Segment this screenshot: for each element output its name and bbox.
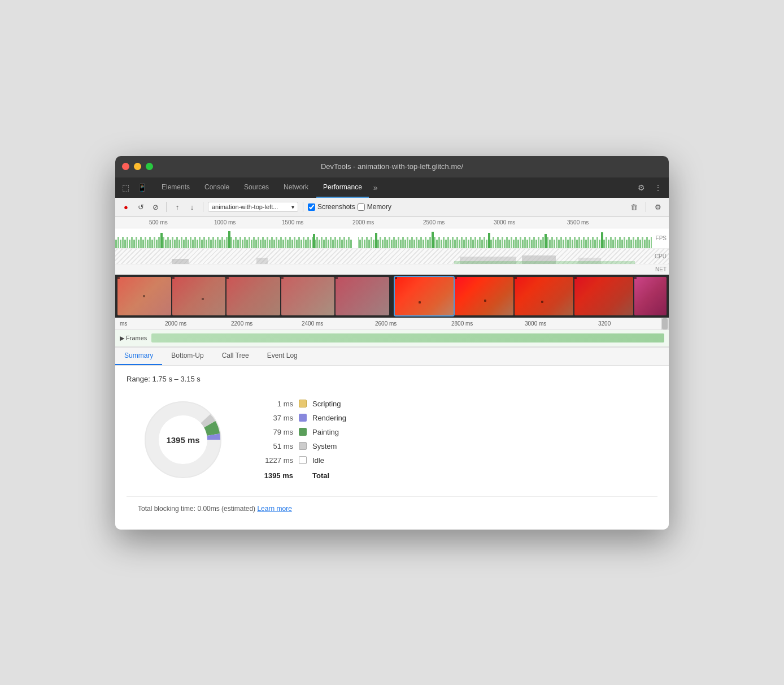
svg-rect-6 bbox=[228, 231, 230, 248]
ruler-tick-1500: 1500 ms bbox=[282, 219, 303, 226]
maximize-button[interactable] bbox=[146, 163, 153, 170]
ruler2-tick-2000: 2000 ms bbox=[165, 320, 186, 327]
rendering-label: Rendering bbox=[312, 414, 346, 422]
screenshots-checkbox[interactable] bbox=[308, 203, 315, 211]
screenshot-thumb[interactable] bbox=[574, 277, 633, 315]
tab-elements[interactable]: Elements bbox=[155, 177, 197, 198]
bottom-tabs: Summary Bottom-Up Call Tree Event Log bbox=[115, 348, 669, 366]
svg-rect-8 bbox=[375, 233, 377, 248]
ruler-tick-2000: 2000 ms bbox=[352, 219, 374, 226]
rendering-ms: 37 ms bbox=[262, 414, 293, 422]
more-tabs-button[interactable]: » bbox=[370, 183, 381, 192]
tab-event-log[interactable]: Event Log bbox=[258, 348, 307, 365]
ruler2-tick-2400: 2400 ms bbox=[302, 320, 323, 327]
close-button[interactable] bbox=[122, 163, 129, 170]
svg-rect-7 bbox=[313, 234, 315, 248]
net-row[interactable]: NET bbox=[115, 265, 669, 275]
screenshot-thumb[interactable] bbox=[117, 277, 171, 315]
blocking-footer: Total blocking time: 0.00ms (estimated) … bbox=[127, 496, 657, 521]
tab-sources[interactable]: Sources bbox=[237, 177, 276, 198]
record-button[interactable]: ● bbox=[120, 201, 132, 213]
traffic-lights bbox=[122, 163, 153, 170]
cpu-chart bbox=[115, 249, 669, 264]
svg-rect-18 bbox=[454, 261, 635, 264]
ruler-tick-1000: 1000 ms bbox=[214, 219, 236, 226]
screenshot-thumb[interactable] bbox=[172, 277, 226, 315]
tab-console[interactable]: Console bbox=[198, 177, 236, 198]
system-label: System bbox=[312, 442, 337, 450]
svg-rect-9 bbox=[432, 232, 434, 248]
cpu-row[interactable]: CPU bbox=[115, 249, 669, 265]
tab-summary[interactable]: Summary bbox=[115, 348, 162, 365]
learn-more-link[interactable]: Learn more bbox=[257, 505, 291, 513]
screenshots-strip[interactable] bbox=[115, 275, 669, 318]
cursor-icon[interactable]: ⬚ bbox=[120, 182, 132, 193]
painting-color bbox=[299, 428, 307, 436]
screenshots-checkbox-label[interactable]: Screenshots bbox=[308, 203, 355, 211]
tab-bar-right: ⚙ ⋮ bbox=[635, 182, 664, 193]
painting-label: Painting bbox=[312, 428, 339, 436]
menu-icon[interactable]: ⋮ bbox=[652, 182, 664, 193]
scripting-ms: 1 ms bbox=[262, 400, 293, 408]
reload-button[interactable]: ↺ bbox=[134, 201, 147, 213]
trash-button[interactable]: 🗑 bbox=[628, 201, 640, 213]
total-label: Total bbox=[312, 471, 329, 480]
screenshot-thumb-selected[interactable] bbox=[395, 277, 454, 315]
frames-bar bbox=[151, 333, 664, 342]
screenshot-thumb[interactable] bbox=[634, 277, 667, 315]
memory-checkbox-label[interactable]: Memory bbox=[358, 203, 391, 211]
legend-item-rendering: 37 ms Rendering bbox=[262, 414, 346, 422]
blocking-time-text: Total blocking time: 0.00ms (estimated) bbox=[138, 505, 255, 513]
url-dropdown[interactable]: animation-with-top-left... ▾ bbox=[208, 202, 298, 212]
svg-rect-13 bbox=[172, 259, 189, 264]
separator-2 bbox=[203, 202, 203, 212]
upload-button[interactable]: ↑ bbox=[171, 201, 184, 213]
total-ms: 1395 ms bbox=[262, 471, 293, 480]
capture-settings-button[interactable]: ⚙ bbox=[652, 201, 664, 213]
separator-3 bbox=[303, 202, 303, 212]
fps-row[interactable]: FPS bbox=[115, 228, 669, 249]
timeline-area: 500 ms 1000 ms 1500 ms 2000 ms 2500 ms 3… bbox=[115, 217, 669, 348]
screenshot-thumb[interactable] bbox=[515, 277, 573, 315]
svg-rect-14 bbox=[256, 258, 268, 264]
svg-rect-2 bbox=[115, 228, 352, 248]
tab-bar: ⬚ 📱 Elements Console Sources Network Per… bbox=[115, 177, 669, 198]
svg-rect-12 bbox=[601, 232, 603, 248]
svg-rect-5 bbox=[160, 233, 163, 248]
svg-rect-10 bbox=[488, 233, 490, 248]
device-icon[interactable]: 📱 bbox=[135, 182, 149, 193]
toolbar-right: 🗑 ⚙ bbox=[628, 201, 664, 213]
scripting-label: Scripting bbox=[312, 400, 341, 408]
fps-chart bbox=[115, 228, 669, 248]
tab-call-tree[interactable]: Call Tree bbox=[213, 348, 258, 365]
legend-total-row: 1395 ms Total bbox=[262, 471, 346, 480]
fps-label: FPS bbox=[656, 235, 667, 241]
idle-color bbox=[299, 456, 307, 464]
devtools-window: DevTools - animation-with-top-left.glitc… bbox=[115, 156, 669, 530]
ruler2-tick-2200: 2200 ms bbox=[231, 320, 252, 327]
frames-toggle[interactable]: ▶ Frames bbox=[120, 335, 147, 342]
separator-1 bbox=[166, 202, 167, 212]
timeline-ruler[interactable]: 500 ms 1000 ms 1500 ms 2000 ms 2500 ms 3… bbox=[115, 217, 669, 228]
summary-content: Range: 1.75 s – 3.15 s bbox=[115, 366, 669, 530]
ruler2-tick-3000: 3000 ms bbox=[525, 320, 546, 327]
summary-legend: 1 ms Scripting 37 ms Rendering 79 ms bbox=[262, 400, 346, 480]
timeline-scrollbar[interactable] bbox=[661, 318, 669, 330]
legend-item-painting: 79 ms Painting bbox=[262, 428, 346, 436]
screenshot-thumb[interactable] bbox=[281, 277, 335, 315]
net-label: NET bbox=[655, 266, 667, 272]
tab-performance[interactable]: Performance bbox=[316, 177, 369, 198]
tab-network[interactable]: Network bbox=[277, 177, 315, 198]
memory-checkbox[interactable] bbox=[358, 203, 365, 211]
title-bar: DevTools - animation-with-top-left.glitc… bbox=[115, 156, 669, 177]
download-button[interactable]: ↓ bbox=[186, 201, 198, 213]
minimize-button[interactable] bbox=[134, 163, 141, 170]
screenshot-thumb[interactable] bbox=[455, 277, 513, 315]
legend-item-system: 51 ms System bbox=[262, 442, 346, 450]
screenshot-thumb[interactable] bbox=[227, 277, 280, 315]
tab-bottom-up[interactable]: Bottom-Up bbox=[162, 348, 212, 365]
timeline-ruler-2[interactable]: ms 2000 ms 2200 ms 2400 ms 2600 ms 2800 … bbox=[115, 318, 669, 330]
screenshot-thumb[interactable] bbox=[336, 277, 389, 315]
clear-button[interactable]: ⊘ bbox=[149, 201, 162, 213]
settings-icon[interactable]: ⚙ bbox=[635, 182, 647, 193]
